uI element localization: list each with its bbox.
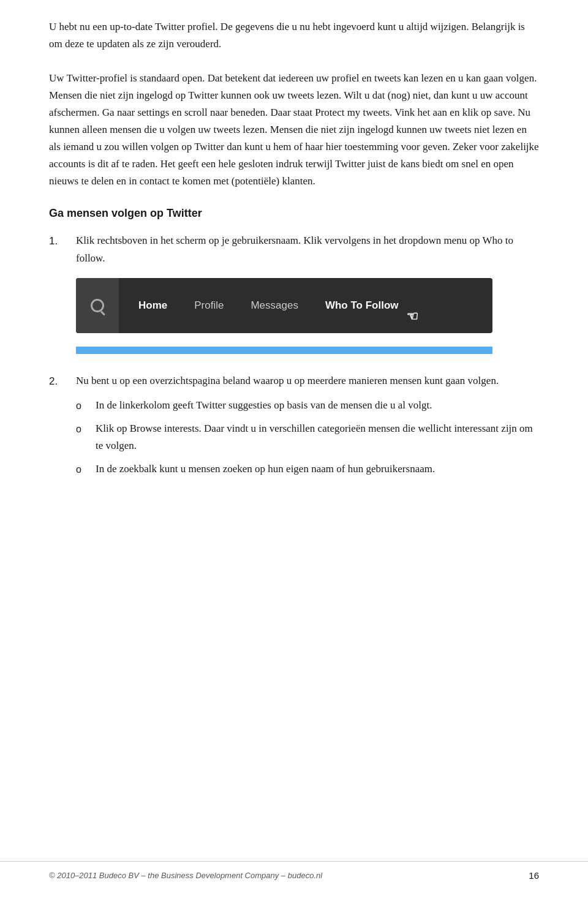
steps-list: 1. Klik rechtsboven in het scherm op je … [49,232,539,484]
main-paragraph-text-2: Uw Twitter-profiel is standaard open. Da… [49,70,539,190]
step-2-number: 2. [49,372,66,484]
step-2-text: Nu bent u op een overzichtspagina beland… [76,372,539,389]
step-1: 1. Klik rechtsboven in het scherm op je … [49,232,539,359]
bullet-2: o [76,420,87,454]
nav-who-to-follow[interactable]: Who To Follow ☞ [312,278,412,333]
main-paragraph-text: U hebt nu een up-to-date Twitter profiel… [49,18,539,53]
twitter-nav-search-area [76,278,119,333]
step-2-content: Nu bent u op een overzichtspagina beland… [76,372,539,484]
section-heading: Ga mensen volgen op Twitter [49,207,539,220]
twitter-nav-blue-bar [76,347,492,354]
search-icon [91,299,104,312]
step-1-content: Klik rechtsboven in het scherm op je geb… [76,232,539,359]
step-1-text: Klik rechtsboven in het scherm op je geb… [76,232,539,266]
nav-messages[interactable]: Messages [237,278,311,333]
cursor-hand-icon: ☞ [406,306,418,328]
bullet-1: o [76,397,87,414]
footer-page-number: 16 [529,870,539,881]
step-2: 2. Nu bent u op een overzichtspagina bel… [49,372,539,484]
twitter-nav-items: Home Profile Messages Who To Follow ☞ [119,278,492,333]
sub-item-1-text: In de linkerkolom geeft Twitter suggesti… [96,397,539,414]
nav-profile[interactable]: Profile [181,278,237,333]
step-2-sublist: o In de linkerkolom geeft Twitter sugges… [76,397,539,478]
sub-item-3: o In de zoekbalk kunt u mensen zoeken op… [76,461,539,478]
sub-item-2-text: Klik op Browse interests. Daar vindt u i… [96,420,539,454]
page-footer: © 2010–2011 Budeco BV – the Business Dev… [0,861,588,881]
sub-item-2: o Klik op Browse interests. Daar vindt u… [76,420,539,454]
main-paragraph: U hebt nu een up-to-date Twitter profiel… [49,18,539,190]
twitter-nav-screenshot: Home Profile Messages Who To Follow ☞ [76,278,492,333]
sub-item-1: o In de linkerkolom geeft Twitter sugges… [76,397,539,414]
step-1-number: 1. [49,232,66,359]
footer-copyright: © 2010–2011 Budeco BV – the Business Dev… [49,871,322,880]
nav-home[interactable]: Home [125,278,181,333]
bullet-3: o [76,461,87,478]
twitter-nav-screenshot-wrapper: Home Profile Messages Who To Follow ☞ [76,278,539,354]
sub-item-3-text: In de zoekbalk kunt u mensen zoeken op h… [96,461,539,478]
